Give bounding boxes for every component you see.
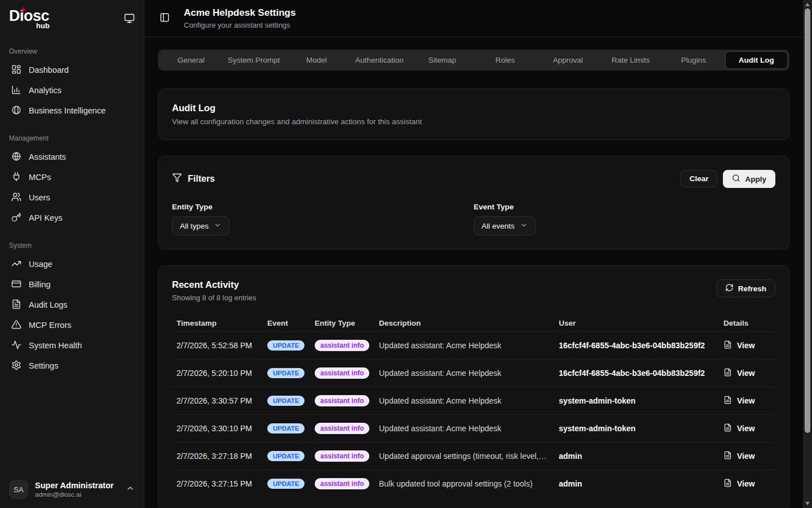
filter-fields: Entity Type All types Event Type All eve… — [172, 203, 775, 235]
cell-user: system-admin-token — [554, 396, 719, 405]
view-button-label: View — [737, 479, 755, 488]
tab-roles[interactable]: Roles — [474, 51, 536, 69]
col-header-entity-type: Entity Type — [310, 319, 374, 327]
refresh-button-label: Refresh — [738, 284, 766, 293]
entity-type-select[interactable]: All types — [172, 216, 230, 235]
view-details-button[interactable]: View — [723, 479, 755, 489]
sidebar-item-label: Audit Logs — [29, 300, 68, 309]
sidebar-item-analytics[interactable]: Analytics — [7, 80, 137, 100]
brain-icon — [11, 105, 21, 117]
sidebar-item-usage[interactable]: Usage — [7, 254, 137, 274]
tab-sitemap[interactable]: Sitemap — [411, 51, 474, 69]
cell-timestamp: 2/7/2026, 3:30:57 PM — [172, 396, 263, 405]
sidebar-item-audit-logs[interactable]: Audit Logs — [7, 295, 137, 315]
cell-description: Updated assistant: Acme Helpdesk — [374, 424, 554, 433]
sidebar-item-dashboard[interactable]: Dashboard — [7, 60, 137, 80]
tab-authentication[interactable]: Authentication — [348, 51, 411, 69]
filter-funnel-icon — [172, 173, 182, 185]
col-header-event: Event — [263, 319, 310, 327]
gear-icon — [11, 360, 21, 372]
sidebar-toggle-button[interactable] — [158, 12, 171, 25]
alert-triangle-icon — [11, 319, 21, 331]
user-menu[interactable]: SA Super Administrator admin@diosc.ai — [0, 472, 144, 508]
audit-log-title: Audit Log — [172, 103, 775, 113]
tab-rate-limits[interactable]: Rate Limits — [599, 51, 662, 69]
logo-spark-icon — [21, 5, 26, 15]
sidebar-item-business-intelligence[interactable]: Business Intelligence — [7, 100, 137, 121]
tab-plugins[interactable]: Plugins — [662, 51, 725, 69]
logo-area: Diosc hub — [0, 0, 144, 37]
entity-type-label: Entity Type — [172, 203, 474, 211]
clear-filters-button[interactable]: Clear — [681, 170, 718, 187]
nav-section-overview: Overview Dashboard Analytics Business In… — [7, 45, 137, 121]
sidebar-item-users[interactable]: Users — [7, 187, 137, 208]
view-details-button[interactable]: View — [723, 451, 755, 461]
refresh-button[interactable]: Refresh — [716, 279, 775, 297]
cell-timestamp: 2/7/2026, 3:27:15 PM — [172, 479, 263, 488]
tab-approval[interactable]: Approval — [536, 51, 599, 69]
sidebar-item-label: Billing — [29, 280, 51, 289]
recent-activity-card: Recent Activity Showing 8 of 8 log entri… — [158, 265, 789, 508]
cell-timestamp: 2/7/2026, 5:20:10 PM — [172, 369, 263, 378]
scrollbar-up-arrow-icon[interactable] — [805, 3, 810, 6]
col-header-user: User — [554, 319, 719, 327]
file-text-icon — [723, 479, 732, 489]
view-details-button[interactable]: View — [723, 368, 755, 378]
chevron-down-icon — [520, 221, 528, 231]
tab-audit-log[interactable]: Audit Log — [725, 51, 788, 69]
apply-filters-button[interactable]: Apply — [723, 170, 775, 188]
sidebar-item-system-health[interactable]: System Health — [7, 335, 137, 356]
filters-header: Filters Clear Apply — [172, 170, 775, 188]
event-badge: UPDATE — [267, 396, 304, 406]
cell-timestamp: 2/7/2026, 5:52:58 PM — [172, 341, 263, 350]
sidebar-item-label: System Health — [29, 341, 82, 350]
cell-description: Updated assistant: Acme Helpdesk — [374, 369, 554, 378]
trending-up-icon — [11, 259, 21, 270]
filters-title-row: Filters — [172, 173, 215, 185]
tab-system-prompt[interactable]: System Prompt — [222, 51, 285, 69]
refresh-icon — [725, 283, 734, 294]
dashboard-icon — [11, 64, 21, 76]
sidebar-item-label: Business Intelligence — [29, 106, 105, 115]
sidebar-item-mcps[interactable]: MCPs — [7, 167, 137, 187]
apply-button-label: Apply — [745, 175, 766, 183]
tab-model[interactable]: Model — [285, 51, 348, 69]
nav-section-system: System Usage Billing Audit Logs MCP Erro… — [7, 239, 137, 376]
nav-section-management: Management Assistants MCPs Users API Key… — [7, 132, 137, 228]
app-root: Diosc hub Overview Dashboard Anal — [0, 0, 812, 508]
audit-log-description: View all configuration changes and admin… — [172, 117, 775, 126]
col-header-timestamp: Timestamp — [172, 319, 263, 327]
view-details-button[interactable]: View — [723, 423, 755, 433]
event-type-select[interactable]: All events — [474, 216, 536, 235]
users-icon — [11, 192, 21, 204]
display-mode-button[interactable] — [122, 12, 136, 26]
entity-type-badge: assistant info — [315, 450, 369, 462]
view-details-button[interactable]: View — [723, 340, 755, 351]
recent-activity-title: Recent Activity — [172, 279, 257, 290]
view-details-button[interactable]: View — [723, 396, 755, 406]
sidebar-item-api-keys[interactable]: API Keys — [7, 208, 137, 228]
entity-type-field: Entity Type All types — [172, 203, 474, 235]
cell-description: Updated assistant: Acme Helpdesk — [374, 341, 554, 350]
entity-type-badge: assistant info — [315, 478, 369, 489]
vertical-scrollbar[interactable] — [803, 0, 812, 508]
cell-timestamp: 2/7/2026, 3:30:10 PM — [172, 424, 263, 433]
user-email: admin@diosc.ai — [35, 491, 119, 498]
file-text-icon — [723, 340, 732, 351]
scrollbar-thumb[interactable] — [805, 8, 810, 433]
filters-title: Filters — [188, 174, 215, 184]
audit-log-card: Audit Log View all configuration changes… — [158, 89, 789, 140]
search-icon — [732, 174, 740, 184]
scrollbar-down-arrow-icon[interactable] — [805, 502, 810, 505]
event-badge: UPDATE — [267, 479, 304, 489]
panel-left-icon — [160, 12, 170, 24]
sidebar-item-assistants[interactable]: Assistants — [7, 147, 137, 167]
tab-general[interactable]: General — [160, 51, 222, 69]
recent-activity-titles: Recent Activity Showing 8 of 8 log entri… — [172, 279, 257, 302]
sidebar-item-mcp-errors[interactable]: MCP Errors — [7, 315, 137, 335]
settings-tabbar: General System Prompt Model Authenticati… — [158, 50, 789, 71]
sidebar-item-settings[interactable]: Settings — [7, 356, 137, 376]
sidebar-item-label: API Keys — [29, 213, 63, 222]
col-header-details: Details — [719, 319, 775, 327]
sidebar-item-billing[interactable]: Billing — [7, 274, 137, 295]
